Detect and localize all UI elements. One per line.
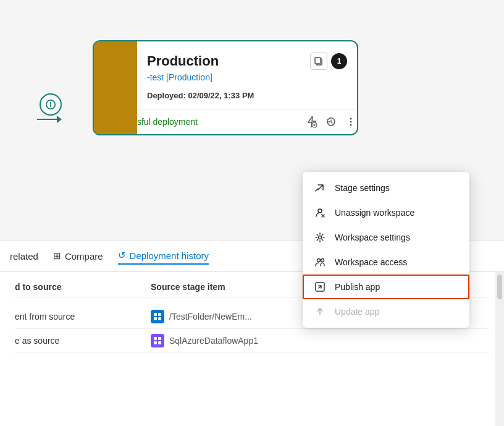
tab-related[interactable]: related (10, 249, 38, 264)
tab-deployment-history[interactable]: ↺ Deployment history (118, 247, 209, 265)
card-deployed: Deployed: 02/09/22, 1:33 PM (147, 91, 347, 100)
row2-icon (151, 334, 164, 347)
context-menu: Stage settings Unassign workspace Wor (303, 172, 469, 328)
svg-point-18 (319, 236, 322, 239)
menu-item-stage-settings[interactable]: Stage settings (303, 176, 469, 200)
unassign-workspace-label: Unassign workspace (335, 208, 414, 218)
svg-rect-11 (154, 317, 157, 320)
scrollbar[interactable] (495, 272, 504, 426)
lightning-settings-button[interactable] (305, 116, 317, 128)
svg-rect-12 (158, 317, 161, 320)
row2-col2: SqlAzureDataflowApp1 (151, 334, 489, 347)
row2-col1: e as source (15, 336, 151, 346)
card-header: Production 1 (147, 53, 347, 70)
svg-point-8 (350, 124, 352, 126)
svg-rect-16 (158, 341, 161, 344)
workspace-settings-icon (314, 231, 326, 244)
deployment-history-label: Deployment history (130, 250, 209, 261)
update-app-label: Update app (335, 307, 379, 317)
workspace-access-label: Workspace access (335, 257, 407, 267)
menu-item-workspace-settings[interactable]: Workspace settings (303, 225, 469, 250)
menu-item-publish-app[interactable]: Publish app (303, 275, 469, 299)
tab-compare[interactable]: ⊞ Compare (53, 248, 103, 264)
svg-rect-13 (154, 337, 157, 340)
svg-point-19 (317, 259, 321, 262)
compare-icon: ⊞ (53, 250, 61, 262)
menu-item-workspace-access[interactable]: Workspace access (303, 250, 469, 275)
card-content: Production 1 -test [Production] Deployed… (137, 41, 357, 100)
update-app-icon (314, 305, 326, 318)
footer-icons (305, 116, 357, 128)
menu-item-update-app: Update app (303, 299, 469, 324)
svg-point-6 (350, 118, 352, 120)
production-card: Production 1 -test [Production] Deployed… (93, 40, 358, 135)
card-header-icons: 1 (310, 53, 347, 70)
stage-settings-icon (314, 182, 326, 194)
row1-icon (151, 310, 164, 323)
stage-settings-label: Stage settings (335, 183, 390, 193)
table-row: e as source SqlAzureDataflowApp1 (15, 329, 489, 353)
publish-app-label: Publish app (335, 282, 380, 292)
card-title: Production (147, 53, 219, 69)
svg-point-7 (350, 121, 352, 123)
svg-rect-10 (158, 313, 161, 316)
copy-button[interactable] (310, 53, 327, 70)
row2-col2-text: SqlAzureDataflowApp1 (169, 336, 258, 346)
scrollbar-thumb[interactable] (497, 275, 502, 299)
history-icon: ↺ (118, 250, 126, 261)
workspace-access-icon (314, 256, 326, 268)
arrowhead (57, 116, 62, 123)
card-left-bar (94, 41, 137, 134)
svg-rect-15 (154, 341, 157, 344)
card-badge: 1 (331, 53, 347, 69)
related-label: related (10, 251, 38, 262)
svg-rect-9 (154, 313, 157, 316)
menu-item-unassign-workspace[interactable]: Unassign workspace (303, 200, 469, 225)
arrow-circle-icon (40, 93, 62, 116)
card-subtitle: -test [Production] (147, 72, 347, 82)
history-button[interactable] (325, 116, 337, 128)
main-area: Production 1 -test [Production] Deployed… (0, 0, 504, 426)
row1-col2-text: /TestFolder/NewEm... (169, 312, 252, 322)
svg-rect-14 (158, 337, 161, 340)
more-options-button[interactable] (345, 116, 357, 128)
workspace-settings-label: Workspace settings (335, 232, 410, 242)
svg-rect-4 (315, 58, 321, 64)
svg-point-20 (321, 259, 324, 262)
compare-label: Compare (65, 251, 103, 262)
row1-col1: ent from source (15, 312, 151, 322)
unassign-workspace-icon (314, 207, 326, 219)
arrow-connector (37, 116, 62, 123)
publish-app-icon (314, 281, 326, 293)
col1-header: d to source (15, 282, 151, 292)
svg-point-17 (318, 209, 322, 213)
arrow-shaft (37, 119, 57, 120)
